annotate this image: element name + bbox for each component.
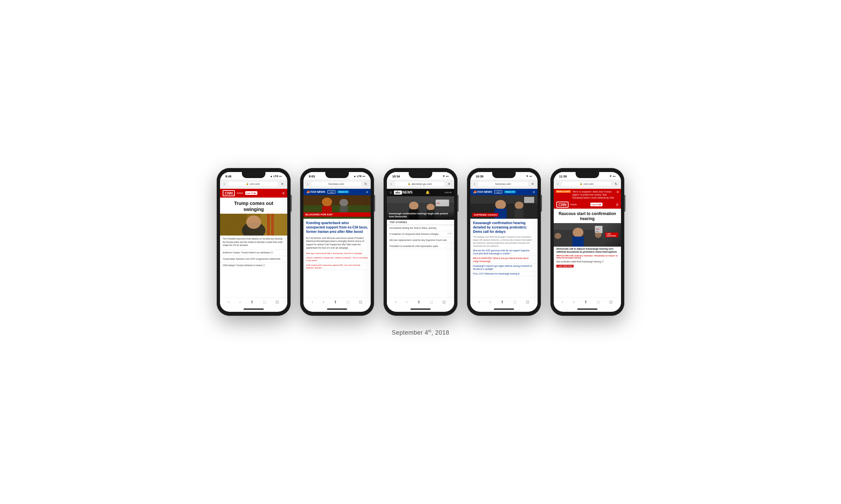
cnn-menu-1[interactable]: ≡ bbox=[282, 191, 285, 196]
fox-kav-link-4c[interactable]: Kavanaugh's staunch gun-rights defense a… bbox=[470, 264, 537, 271]
cnn-watch-live-5[interactable]: WATCH CNN LIVE Judiciary chairman: 'Abso… bbox=[554, 254, 621, 259]
back-btn-5[interactable]: ‹ bbox=[556, 182, 560, 186]
bookmark-icon-2[interactable]: □ bbox=[347, 300, 349, 304]
fox-link-2b[interactable]: Gianno Caldwell to Kaepernick, anthem pr… bbox=[304, 256, 371, 263]
close-btn-4[interactable]: ✕ bbox=[530, 182, 535, 186]
forward-icon-5[interactable]: › bbox=[573, 300, 574, 304]
abc-login[interactable]: LOG IN bbox=[445, 192, 451, 194]
fox-login-2[interactable]: Login bbox=[327, 190, 336, 194]
screen-content-3: NO! Kavanaugh confirmation hearings begi… bbox=[387, 196, 454, 298]
abc-menu-icon[interactable]: ≡ bbox=[390, 190, 392, 195]
home-indicator-1 bbox=[243, 308, 264, 310]
phone-2-screen: 9:03 ▲ LTE ▪▪▪ ‹ foxnews.com ↻ 🦊 FOX NEW… bbox=[304, 172, 371, 312]
phone-5: 11:30 ▼ ▪▪▪ ‹ 🔒 cnn.com ↻ NEWS ALERT 'We… bbox=[550, 168, 624, 316]
share-icon-2[interactable]: ⬆ bbox=[334, 300, 337, 304]
share-icon-4[interactable]: ⬆ bbox=[501, 300, 504, 304]
fox-link-2a[interactable]: Nike taps controversial QB in anniversar… bbox=[304, 251, 371, 256]
cnn-home-5[interactable]: Home bbox=[570, 203, 577, 205]
fox-menu-4[interactable]: ≡ bbox=[533, 190, 535, 194]
story-item-2[interactable]: 5 residents of compound face firearms ch… bbox=[387, 231, 454, 237]
article-link-1a[interactable]: Anderson Cooper: Trump's tweet is an adm… bbox=[220, 250, 287, 255]
fox-watch-2[interactable]: Watch TV bbox=[338, 191, 349, 193]
url-bar-4[interactable]: foxnews.com bbox=[478, 182, 528, 186]
browser-bar-1[interactable]: ‹ 🔒 cnn.com ✕ bbox=[220, 179, 287, 189]
share-icon-5[interactable]: ⬆ bbox=[584, 300, 587, 304]
fox-navbar-2: 🦊 FOX NEWS Login Watch TV ≡ bbox=[304, 189, 371, 195]
phone-3-wrapper: 10:34 ▼ ▪▪▪ ‹ 🔒 abcnews.go.com ✕ ≡ abc bbox=[383, 168, 458, 316]
main-headline-5: Raucous start to confirmation hearing bbox=[554, 209, 621, 223]
cnn-menu-5[interactable]: ≡ bbox=[616, 202, 618, 207]
live-updates-badge-2: LIVE UPDATES bbox=[556, 265, 573, 268]
bookmark-icon-5[interactable]: □ bbox=[597, 300, 599, 304]
fox-kav-link-4a[interactable]: Who are the GOP governors that did not s… bbox=[470, 248, 537, 256]
time-1: 8:45 bbox=[225, 175, 231, 178]
browser-bar-2[interactable]: ‹ foxnews.com ↻ bbox=[304, 179, 371, 189]
cnn-logo-1: CNN bbox=[223, 190, 235, 196]
story-item-4[interactable]: President of scandal-hit USA Gymnastics … bbox=[387, 243, 454, 249]
cnn-live-btn-5[interactable]: Live TV ▶ bbox=[590, 203, 602, 206]
cnn-home-1[interactable]: Home bbox=[237, 192, 243, 194]
fox-menu-2[interactable]: ≡ bbox=[366, 190, 368, 194]
close-btn-3[interactable]: ✕ bbox=[447, 182, 451, 186]
bookmark-icon-1[interactable]: □ bbox=[263, 300, 266, 304]
cnn-live-btn-1[interactable]: Live TV ▶ bbox=[245, 191, 257, 195]
article-link-5b[interactable]: See protesters rattle Brett Kavanaugh he… bbox=[554, 259, 621, 264]
bookmark-icon-3[interactable]: □ bbox=[430, 300, 433, 304]
fox-headline-2: Kneeling quarterback wins unexpected sup… bbox=[304, 219, 371, 235]
fox-link-2c[interactable]: Colin Kaepernick's grievance against NFL… bbox=[304, 263, 371, 270]
svg-rect-26 bbox=[515, 209, 524, 218]
story-item-3[interactable]: McCain replacement could be key Supreme … bbox=[387, 237, 454, 243]
share-icon-1[interactable]: ⬆ bbox=[250, 300, 254, 304]
back-icon-5[interactable]: ‹ bbox=[562, 300, 563, 304]
back-icon-4[interactable]: ‹ bbox=[478, 300, 480, 304]
tabs-icon-2[interactable]: ⊡ bbox=[359, 300, 362, 304]
browser-bar-5[interactable]: ‹ 🔒 cnn.com ↻ bbox=[554, 179, 621, 189]
back-btn-3[interactable]: ‹ bbox=[390, 182, 393, 186]
fox-login-4[interactable]: Login bbox=[494, 190, 502, 194]
tabs-icon-1[interactable]: ⊡ bbox=[275, 300, 279, 304]
fox-kav-link-4d[interactable]: FULL LIST: Witnesses for Kavanaugh heari… bbox=[470, 271, 537, 276]
refresh-btn-5[interactable]: ↻ bbox=[614, 182, 618, 186]
tabs-icon-5[interactable]: ⊡ bbox=[609, 300, 613, 304]
browser-bar-3[interactable]: ‹ 🔒 abcnews.go.com ✕ bbox=[387, 179, 454, 189]
tab-bar-2: ‹ › ⬆ □ ⊡ bbox=[304, 298, 371, 307]
url-bar-3[interactable]: 🔒 abcnews.go.com bbox=[395, 182, 445, 186]
article-link-1b[interactable]: Trump blasts Sessions over GOP congressm… bbox=[220, 257, 287, 262]
refresh-btn-2[interactable]: ↻ bbox=[363, 182, 368, 186]
url-bar-2[interactable]: foxnews.com bbox=[311, 182, 361, 186]
back-btn-4[interactable]: ‹ bbox=[473, 182, 476, 186]
alert-close-5[interactable]: ✕ bbox=[616, 190, 619, 194]
svg-rect-31 bbox=[572, 236, 584, 247]
svg-point-36 bbox=[595, 232, 601, 238]
forward-icon-1[interactable]: › bbox=[239, 300, 241, 304]
abc-navbar-3: ≡ abc NEWS 🔔 LOG IN bbox=[387, 189, 454, 196]
back-icon-3[interactable]: ‹ bbox=[395, 300, 396, 304]
fox-headline-4: Kavanaugh confirmation hearing derailed … bbox=[470, 219, 537, 235]
cnn-alert-5: NEWS ALERT 'We're in crazytown': Aides s… bbox=[554, 189, 621, 201]
article-link-1c[interactable]: CNN analyst: Trump's behavior is insane … bbox=[220, 263, 287, 268]
url-bar-5[interactable]: 🔒 cnn.com bbox=[562, 182, 612, 186]
link-text-5a[interactable]: Democrats call to adjourn Kavanaugh hear… bbox=[554, 247, 621, 254]
abc-bell-icon[interactable]: 🔔 bbox=[426, 191, 430, 194]
share-icon-3[interactable]: ⬆ bbox=[417, 300, 420, 304]
back-btn-1[interactable]: ‹ bbox=[223, 182, 226, 186]
forward-icon-3[interactable]: › bbox=[406, 300, 407, 304]
forward-icon-4[interactable]: › bbox=[490, 300, 491, 304]
story-item-1[interactable]: Incumbents feeling the heat in Mass. pri… bbox=[387, 225, 454, 231]
bookmark-icon-4[interactable]: □ bbox=[514, 300, 516, 304]
url-bar-1[interactable]: 🔒 cnn.com bbox=[228, 182, 278, 186]
icons-5: ▼ ▪▪▪ bbox=[609, 175, 616, 178]
screen-content-1: Trump comes out swinging bbox=[220, 198, 287, 298]
forward-icon-2[interactable]: › bbox=[323, 300, 324, 304]
back-btn-2[interactable]: ‹ bbox=[306, 182, 309, 186]
article-text-1: The President launches fresh attacks on … bbox=[220, 236, 287, 249]
back-icon-1[interactable]: ‹ bbox=[228, 300, 229, 304]
browser-bar-4[interactable]: ‹ foxnews.com ✕ bbox=[470, 179, 537, 189]
fox-kav-link-4b[interactable]: BRUCE ASHFORD: What to tell your liberal… bbox=[470, 256, 537, 264]
tabs-icon-4[interactable]: ⊡ bbox=[526, 300, 529, 304]
fox-watch-4[interactable]: Watch TV bbox=[504, 191, 516, 193]
back-icon-2[interactable]: ‹ bbox=[311, 300, 313, 304]
close-btn-1[interactable]: ✕ bbox=[280, 182, 285, 186]
tabs-icon-3[interactable]: ⊡ bbox=[442, 300, 446, 304]
home-indicator-5 bbox=[577, 308, 598, 310]
